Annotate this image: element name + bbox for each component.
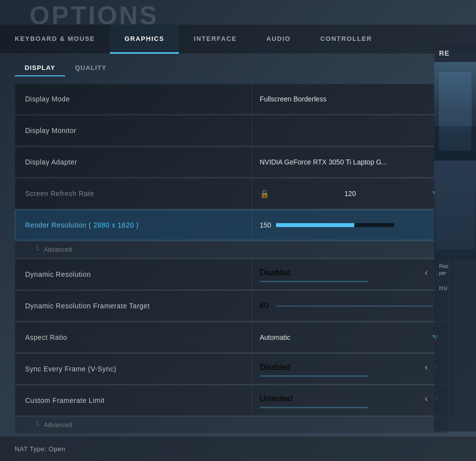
- page-title: OPTIONS: [15, 2, 476, 25]
- dynamic-resolution-text: Disabled: [260, 268, 290, 277]
- right-panel-image: [434, 62, 476, 161]
- tab-interface[interactable]: INTERFACE: [179, 25, 251, 54]
- aspect-ratio-value[interactable]: Automatic ▼: [252, 323, 448, 352]
- corner-bracket-icon-2: └: [35, 421, 40, 429]
- framerate-target-label: Dynamic Resolution Framerate Target: [15, 302, 252, 310]
- framerate-limit-text: Unlimited: [260, 395, 293, 403]
- dynamic-resolution-value-top: Disabled ‹ ›: [260, 266, 441, 279]
- sub-tab-display[interactable]: DISPLAY: [15, 60, 65, 76]
- nat-type-text: NAT Type: Open: [15, 445, 65, 453]
- setting-dynamic-resolution: Dynamic Resolution Disabled ‹ ›: [15, 259, 448, 290]
- setting-vsync: Sync Every Frame (V-Sync) Disabled ‹ ›: [15, 354, 448, 384]
- right-panel-title: RE: [434, 44, 476, 62]
- setting-render-resolution: Render Resolution ( 2880 x 1620 ) 150: [15, 210, 448, 240]
- display-mode-value[interactable]: Fullscreen Borderless ⌄: [252, 84, 448, 114]
- setting-display-mode: Display Mode Fullscreen Borderless ⌄: [15, 84, 448, 114]
- framerate-limit-label: Custom Framerate Limit: [15, 396, 252, 404]
- display-mode-label: Display Mode: [15, 95, 252, 103]
- render-advanced-row: └ Advanced: [15, 241, 448, 258]
- slider-filled: [276, 223, 354, 227]
- dynamic-resolution-bar: [260, 281, 368, 282]
- vsync-prev[interactable]: ‹: [422, 361, 430, 373]
- display-monitor-value[interactable]: ⌄: [252, 116, 448, 145]
- vsync-value-wrapper: Disabled ‹ ›: [252, 354, 448, 384]
- dynamic-resolution-prev[interactable]: ‹: [422, 266, 430, 279]
- render-resolution-number: 150: [260, 221, 271, 229]
- right-panel: RE Rep per HU: [434, 44, 476, 431]
- vsync-value-top: Disabled ‹ ›: [260, 361, 441, 373]
- tab-graphics[interactable]: GRAPHICS: [110, 25, 179, 54]
- setting-framerate-target: Dynamic Resolution Framerate Target 60: [15, 291, 448, 321]
- render-advanced-label: Advanced: [44, 246, 72, 253]
- framerate-limit-value-wrapper: Unlimited ‹ ›: [252, 386, 448, 415]
- setting-aspect-ratio: Aspect Ratio Automatic ▼: [15, 322, 448, 353]
- tab-audio[interactable]: AUDIO: [251, 25, 305, 54]
- dynamic-resolution-value-wrapper: Disabled ‹ ›: [252, 260, 448, 289]
- setting-display-monitor: Display Monitor ⌄: [15, 115, 448, 146]
- display-monitor-label: Display Monitor: [15, 127, 252, 134]
- refresh-rate-label-text: Screen Refresh Rate: [25, 190, 94, 198]
- framerate-target-text: 60: [260, 301, 269, 310]
- refresh-rate-label: Screen Refresh Rate: [15, 190, 252, 198]
- right-panel-hud: HU: [434, 281, 476, 296]
- setting-framerate-limit: Custom Framerate Limit Unlimited ‹ ›: [15, 385, 448, 416]
- render-resolution-value[interactable]: 150: [252, 210, 448, 240]
- tab-controller[interactable]: CONTROLLER: [306, 25, 387, 54]
- render-resolution-slider[interactable]: [276, 219, 394, 231]
- framerate-slider-track[interactable]: [276, 305, 433, 307]
- bottom-bar: NAT Type: Open: [0, 436, 476, 461]
- slider-empty: [354, 223, 395, 227]
- framerate-advanced-label: Advanced: [44, 422, 72, 428]
- aspect-ratio-label: Aspect Ratio: [15, 333, 252, 341]
- display-mode-text: Fullscreen Borderless: [260, 95, 326, 103]
- framerate-limit-prev[interactable]: ‹: [422, 393, 430, 405]
- sub-tab-quality[interactable]: QUALITY: [65, 60, 116, 76]
- framerate-limit-bar: [260, 407, 368, 408]
- vsync-bar: [260, 375, 368, 377]
- dynamic-resolution-label: Dynamic Resolution: [15, 270, 252, 278]
- display-adapter-text: NVIDIA GeForce RTX 3050 Ti Laptop G...: [260, 158, 387, 166]
- framerate-target-top: 60: [260, 301, 441, 310]
- refresh-rate-text: 120: [344, 190, 356, 198]
- setting-refresh-rate: Screen Refresh Rate 🔒 120 ▼: [15, 178, 448, 209]
- lock-icon: 🔒: [260, 189, 270, 198]
- tab-keyboard-mouse[interactable]: KEYBOARD & MOUSE: [0, 25, 110, 54]
- setting-display-adapter: Display Adapter NVIDIA GeForce RTX 3050 …: [15, 147, 448, 177]
- vsync-label: Sync Every Frame (V-Sync): [15, 365, 252, 373]
- corner-bracket-icon: └: [35, 246, 40, 254]
- settings-list: Display Mode Fullscreen Borderless ⌄ Dis…: [15, 84, 448, 433]
- aspect-ratio-text: Automatic: [260, 333, 290, 341]
- refresh-rate-value[interactable]: 🔒 120 ▼: [252, 179, 448, 208]
- right-panel-description: Rep per: [434, 259, 476, 281]
- display-adapter-label: Display Adapter: [15, 158, 252, 166]
- framerate-target-value-wrapper: 60: [252, 291, 448, 321]
- display-adapter-value[interactable]: NVIDIA GeForce RTX 3050 Ti Laptop G... ⌄: [252, 147, 448, 177]
- render-resolution-label: Render Resolution ( 2880 x 1620 ): [15, 221, 252, 229]
- main-tabs-bar: KEYBOARD & MOUSE GRAPHICS INTERFACE AUDI…: [0, 25, 476, 54]
- framerate-limit-top: Unlimited ‹ ›: [260, 393, 441, 405]
- framerate-advanced-row: └ Advanced: [15, 417, 448, 433]
- sub-tabs-bar: DISPLAY QUALITY: [0, 54, 476, 76]
- vsync-text: Disabled: [260, 363, 290, 372]
